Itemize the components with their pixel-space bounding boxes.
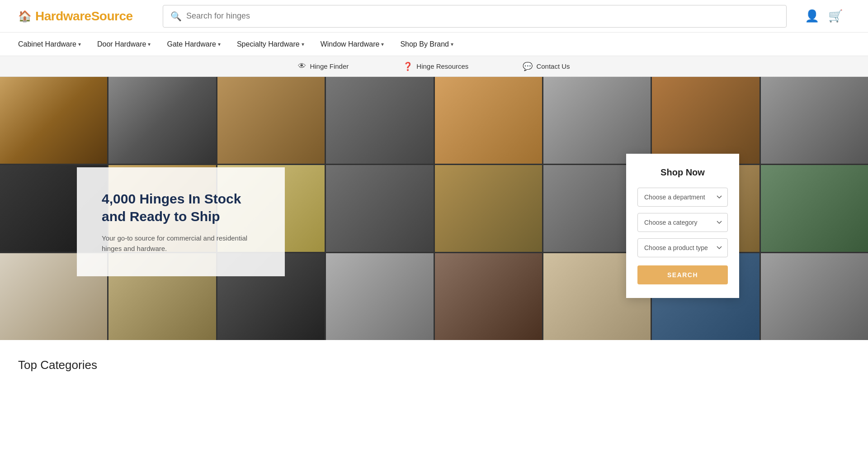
- hinge-resources-label: Hinge Resources: [416, 62, 468, 70]
- header-icons: 👤 🛒: [805, 9, 850, 23]
- hero-heading: 4,000 Hinges In Stock and Ready to Ship: [102, 190, 260, 225]
- shop-now-title: Shop Now: [637, 167, 728, 178]
- logo[interactable]: 🏠 HardwareSource: [18, 9, 145, 24]
- mosaic-cell: [108, 77, 216, 164]
- hero-section: 4,000 Hinges In Stock and Ready to Ship …: [0, 77, 868, 340]
- nav-item-window[interactable]: Window Hardware ▾: [321, 40, 384, 48]
- nav-item-brand[interactable]: Shop By Brand ▾: [400, 40, 453, 48]
- nav-item-cabinet[interactable]: Cabinet Hardware ▾: [18, 40, 81, 48]
- logo-icon: 🏠: [18, 10, 32, 23]
- shop-now-panel: Shop Now Choose a department Choose a ca…: [626, 154, 739, 298]
- category-select[interactable]: Choose a category: [637, 213, 728, 232]
- chevron-icon-door: ▾: [148, 41, 151, 47]
- mosaic-cell: [326, 165, 433, 252]
- mosaic-cell: [543, 77, 651, 164]
- hero-subtext: Your go-to source for commercial and res…: [102, 233, 260, 254]
- mosaic-cell: [435, 165, 542, 252]
- mosaic-cell: [761, 77, 868, 164]
- search-icon: 🔍: [170, 11, 182, 22]
- shop-search-button[interactable]: SEARCH: [637, 265, 728, 284]
- chevron-icon-specialty: ▾: [302, 41, 304, 47]
- search-input[interactable]: [186, 11, 779, 21]
- search-wrapper: 🔍: [163, 5, 787, 28]
- mosaic-cell: [761, 253, 868, 340]
- hinge-finder-item[interactable]: 👁 Hinge Finder: [298, 61, 349, 71]
- chevron-icon-window: ▾: [381, 41, 384, 47]
- hero-text-box: 4,000 Hinges In Stock and Ready to Ship …: [77, 167, 285, 276]
- chevron-icon-brand: ▾: [451, 41, 453, 47]
- nav-item-specialty[interactable]: Specialty Hardware ▾: [237, 40, 304, 48]
- nav-label-cabinet: Cabinet Hardware: [18, 40, 76, 48]
- mosaic-cell: [217, 77, 325, 164]
- logo-text: HardwareSource: [35, 9, 133, 24]
- contact-us-icon: 💬: [523, 61, 533, 71]
- contact-us-label: Contact Us: [536, 62, 570, 70]
- cart-icon[interactable]: 🛒: [828, 9, 843, 23]
- nav-label-gate: Gate Hardware: [167, 40, 216, 48]
- nav-label-specialty: Specialty Hardware: [237, 40, 300, 48]
- bottom-section: Top Categories: [0, 340, 868, 381]
- mosaic-cell: [326, 77, 433, 164]
- contact-us-item[interactable]: 💬 Contact Us: [523, 61, 570, 71]
- hinge-finder-icon: 👁: [298, 61, 306, 71]
- mosaic-cell: [652, 77, 759, 164]
- hinge-resources-item[interactable]: ❓ Hinge Resources: [403, 61, 468, 71]
- mosaic-cell: [0, 77, 107, 164]
- nav-label-window: Window Hardware: [321, 40, 380, 48]
- mosaic-cell: [435, 77, 542, 164]
- main-nav: Cabinet Hardware ▾ Door Hardware ▾ Gate …: [0, 33, 868, 56]
- chevron-icon-cabinet: ▾: [78, 41, 81, 47]
- product-type-select[interactable]: Choose a product type: [637, 238, 728, 257]
- chevron-icon-gate: ▾: [218, 41, 221, 47]
- hinge-finder-label: Hinge Finder: [310, 62, 349, 70]
- top-categories-heading: Top Categories: [18, 358, 850, 372]
- department-select[interactable]: Choose a department: [637, 188, 728, 207]
- account-icon[interactable]: 👤: [805, 9, 819, 23]
- mosaic-cell: [326, 253, 433, 340]
- mosaic-cell: [761, 165, 868, 252]
- utility-bar: 👁 Hinge Finder ❓ Hinge Resources 💬 Conta…: [0, 56, 868, 77]
- search-box: 🔍: [163, 5, 787, 28]
- mosaic-cell: [435, 253, 542, 340]
- nav-item-gate[interactable]: Gate Hardware ▾: [167, 40, 221, 48]
- nav-item-door[interactable]: Door Hardware ▾: [97, 40, 151, 48]
- hinge-resources-icon: ❓: [403, 61, 413, 71]
- nav-label-brand: Shop By Brand: [400, 40, 449, 48]
- nav-label-door: Door Hardware: [97, 40, 146, 48]
- header: 🏠 HardwareSource 🔍 👤 🛒: [0, 0, 868, 33]
